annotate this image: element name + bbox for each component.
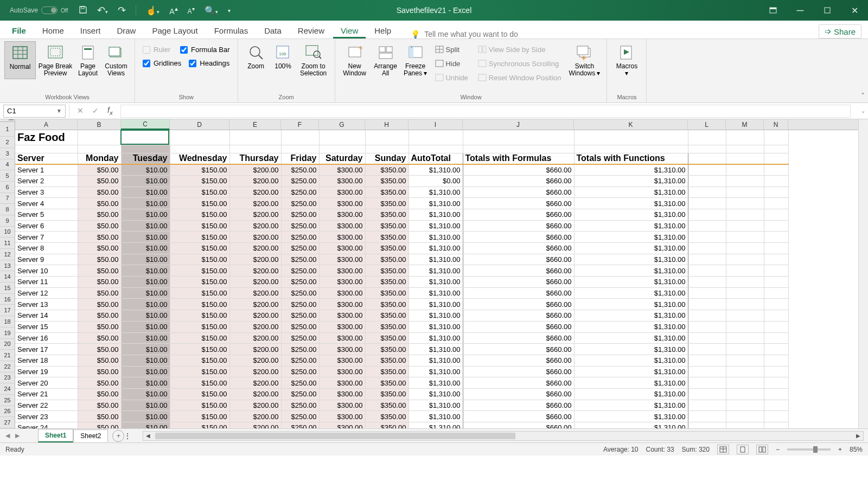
data-cell[interactable]: $200.00	[229, 243, 281, 254]
data-cell[interactable]: Server 3	[15, 187, 78, 198]
data-cell[interactable]: $1,310.00	[574, 287, 688, 299]
cell[interactable]	[121, 130, 170, 145]
next-sheet-icon[interactable]: ▶	[15, 432, 20, 439]
data-cell[interactable]: $1,310.00	[574, 175, 688, 187]
cell[interactable]	[78, 130, 121, 145]
touch-mouse-icon[interactable]: ☝▾	[146, 5, 159, 16]
data-cell[interactable]: $300.00	[319, 388, 365, 400]
data-cell[interactable]: $10.00	[121, 287, 170, 299]
data-cell[interactable]: $660.00	[463, 243, 574, 254]
data-cell[interactable]: $200.00	[229, 344, 281, 355]
hide-button[interactable]: Hide	[433, 56, 470, 70]
data-cell[interactable]: $660.00	[463, 299, 574, 310]
data-cell[interactable]: $200.00	[229, 366, 281, 377]
data-cell[interactable]: $1,310.00	[409, 355, 463, 366]
zoom-out-icon[interactable]: −	[776, 446, 780, 453]
cell[interactable]	[319, 145, 365, 153]
data-cell[interactable]: $300.00	[319, 175, 365, 187]
data-cell[interactable]: $10.00	[121, 355, 170, 366]
data-cell[interactable]: Server 14	[15, 310, 78, 322]
cell[interactable]	[688, 254, 726, 265]
cell[interactable]	[764, 366, 788, 377]
data-cell[interactable]: $150.00	[170, 164, 229, 176]
data-cell[interactable]: $150.00	[170, 411, 229, 422]
cell[interactable]	[764, 265, 788, 277]
row-header-24[interactable]: 24	[0, 383, 15, 395]
row-header-15[interactable]: 15	[0, 282, 15, 294]
data-cell[interactable]: $300.00	[319, 310, 365, 322]
data-cell[interactable]: $1,310.00	[574, 209, 688, 220]
data-cell[interactable]: $1,310.00	[574, 277, 688, 288]
row-header-20[interactable]: 20	[0, 339, 15, 350]
cell[interactable]	[764, 344, 788, 355]
data-cell[interactable]: $1,310.00	[574, 243, 688, 254]
data-cell[interactable]: $1,310.00	[409, 411, 463, 422]
data-cell[interactable]: $350.00	[365, 164, 409, 176]
data-cell[interactable]: $10.00	[121, 254, 170, 265]
data-cell[interactable]: $660.00	[463, 321, 574, 332]
data-cell[interactable]: Server 18	[15, 355, 78, 366]
data-cell[interactable]: $660.00	[463, 187, 574, 198]
data-cell[interactable]: Server 1	[15, 164, 78, 176]
data-cell[interactable]: $10.00	[121, 299, 170, 310]
cell[interactable]	[726, 198, 764, 209]
col-header-A[interactable]: A	[15, 119, 78, 130]
data-cell[interactable]: $150.00	[170, 377, 229, 389]
data-cell[interactable]: Server 24	[15, 422, 78, 429]
cell[interactable]	[764, 400, 788, 411]
data-cell[interactable]: $50.00	[78, 287, 121, 299]
row-header-6[interactable]: 6	[0, 182, 15, 193]
data-cell[interactable]: $250.00	[281, 277, 319, 288]
macros-button[interactable]: Macros▾	[611, 41, 642, 79]
data-cell[interactable]: $350.00	[365, 187, 409, 198]
data-cell[interactable]: $250.00	[281, 321, 319, 332]
cell[interactable]	[726, 164, 764, 176]
data-cell[interactable]: $150.00	[170, 310, 229, 322]
select-all-button[interactable]	[0, 119, 15, 122]
cell[interactable]	[764, 355, 788, 366]
data-cell[interactable]: $0.00	[409, 175, 463, 187]
header-cell[interactable]: Totals with Formulas	[463, 153, 574, 164]
data-cell[interactable]: $350.00	[365, 198, 409, 209]
data-cell[interactable]: $1,310.00	[409, 287, 463, 299]
cell[interactable]	[726, 130, 764, 145]
data-cell[interactable]: $350.00	[365, 277, 409, 288]
normal-view-button[interactable]: Normal	[4, 41, 36, 79]
cell[interactable]	[764, 145, 788, 153]
data-cell[interactable]: $200.00	[229, 411, 281, 422]
switch-windows-button[interactable]: Switch Windows ▾	[566, 41, 602, 86]
data-cell[interactable]: $200.00	[229, 332, 281, 344]
data-cell[interactable]: $150.00	[170, 366, 229, 377]
data-cell[interactable]: $150.00	[170, 332, 229, 344]
cell[interactable]	[764, 153, 788, 164]
row-header-21[interactable]: 21	[0, 350, 15, 361]
data-cell[interactable]: $250.00	[281, 388, 319, 400]
font-increase-icon[interactable]: A▴	[169, 5, 177, 16]
row-header-2[interactable]: 2	[0, 137, 15, 148]
data-cell[interactable]: $660.00	[463, 377, 574, 389]
col-header-J[interactable]: J	[463, 119, 574, 130]
cell[interactable]	[688, 153, 726, 164]
cell[interactable]	[229, 130, 281, 145]
data-cell[interactable]: $1,310.00	[574, 265, 688, 277]
ribbon-display-icon[interactable]	[760, 0, 787, 21]
data-cell[interactable]: $10.00	[121, 377, 170, 389]
cell[interactable]	[764, 422, 788, 429]
data-cell[interactable]: $50.00	[78, 355, 121, 366]
data-cell[interactable]: $10.00	[121, 388, 170, 400]
header-cell[interactable]: AutoTotal	[409, 153, 463, 164]
data-cell[interactable]: $1,310.00	[409, 299, 463, 310]
redo-icon[interactable]: ↷	[118, 4, 126, 16]
data-cell[interactable]: $150.00	[170, 321, 229, 332]
data-cell[interactable]: $250.00	[281, 377, 319, 389]
cell[interactable]	[688, 145, 726, 153]
data-cell[interactable]: $1,310.00	[574, 310, 688, 322]
data-cell[interactable]: $10.00	[121, 198, 170, 209]
data-cell[interactable]: $200.00	[229, 310, 281, 322]
data-cell[interactable]: $300.00	[319, 243, 365, 254]
cell[interactable]	[726, 366, 764, 377]
data-cell[interactable]: $350.00	[365, 377, 409, 389]
data-cell[interactable]: $250.00	[281, 355, 319, 366]
row-headers[interactable]: 1234567891011121314151617181920212223242…	[0, 122, 15, 428]
row-header-17[interactable]: 17	[0, 305, 15, 316]
